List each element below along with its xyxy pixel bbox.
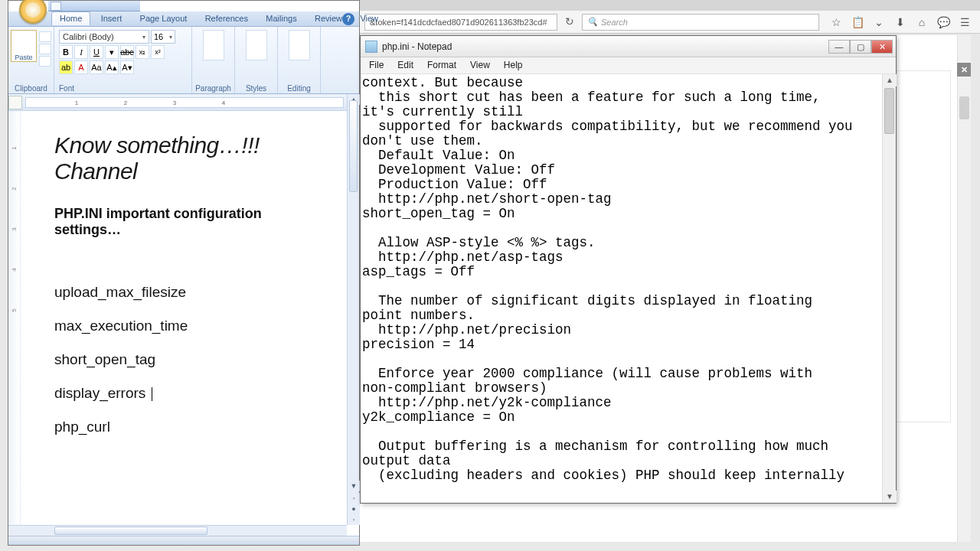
subscript-button[interactable]: x₂	[136, 45, 149, 59]
doc-line: upload_max_filesize	[54, 284, 332, 301]
word-vertical-scrollbar[interactable]: ▲ ▼ ◦ ● ◦	[347, 94, 359, 525]
group-label: Clipboard	[15, 83, 47, 93]
group-font: Calibri (Body)▾ 16▾ B I U ▾ abc x₂ x² ab…	[54, 27, 192, 93]
tab-insert[interactable]: Insert	[93, 12, 130, 25]
bold-button[interactable]: B	[59, 45, 73, 59]
panel-close-icon[interactable]: ✕	[957, 63, 971, 77]
styles-icon[interactable]	[246, 30, 267, 60]
cut-icon[interactable]	[39, 31, 51, 42]
paragraph-icon[interactable]	[203, 30, 224, 60]
word-status-bar	[8, 536, 359, 545]
tab-mailings[interactable]: Mailings	[258, 12, 304, 25]
scroll-down-icon[interactable]: ▼	[348, 481, 360, 491]
tab-selector-icon[interactable]	[8, 96, 22, 109]
tab-references[interactable]: References	[198, 12, 256, 25]
copy-icon[interactable]	[39, 44, 51, 54]
menu-view[interactable]: View	[463, 57, 497, 73]
italic-button[interactable]: I	[74, 45, 88, 59]
search-icon: 🔍	[587, 17, 598, 27]
browser-tabstrip	[360, 0, 980, 11]
browser-toolbar: &token=f141dcdcfaed8071d902611363fb23cd#…	[360, 11, 980, 34]
word-window: Home Insert Page Layout References Maili…	[8, 0, 360, 546]
group-label: Font	[59, 83, 74, 93]
notepad-scrollbar[interactable]: ▲ ▼	[882, 74, 896, 503]
group-clipboard: Paste Clipboard	[8, 27, 54, 93]
group-label: Paragraph	[195, 83, 231, 93]
editing-icon[interactable]	[289, 30, 310, 60]
next-page-icon[interactable]: ◦	[348, 514, 360, 525]
strikethrough-button[interactable]: abc	[120, 45, 134, 59]
scroll-down-icon[interactable]: ▼	[883, 491, 897, 503]
group-paragraph: Paragraph	[192, 27, 235, 93]
menu-icon[interactable]: ☰	[957, 15, 972, 30]
group-editing: Editing	[278, 27, 321, 93]
menu-file[interactable]: File	[362, 57, 390, 73]
text-cursor-icon	[152, 387, 152, 401]
scroll-up-icon[interactable]: ▲	[883, 74, 897, 86]
close-button[interactable]: ✕	[871, 40, 893, 54]
tab-home[interactable]: Home	[51, 11, 90, 25]
document-page[interactable]: Know something…!!! Channel PHP.INI impor…	[21, 111, 347, 525]
chat-icon[interactable]: 💬	[936, 15, 951, 30]
doc-title: Know something…!!! Channel	[54, 132, 332, 184]
menu-format[interactable]: Format	[420, 57, 463, 73]
font-name-select[interactable]: Calibri (Body)▾	[59, 30, 149, 44]
search-input[interactable]: 🔍 Search	[582, 14, 819, 31]
word-horizontal-scrollbar[interactable]	[8, 525, 347, 536]
qat-save-icon[interactable]	[51, 2, 61, 11]
clipboard-icon[interactable]: 📋	[850, 15, 865, 30]
format-painter-icon[interactable]	[39, 56, 51, 67]
doc-line: display_errors	[54, 385, 332, 402]
window-title: php.ini - Notepad	[382, 41, 828, 52]
pocket-icon[interactable]: ⌄	[871, 15, 887, 30]
group-styles: Styles	[235, 27, 278, 93]
ribbon-tabs: Home Insert Page Layout References Maili…	[8, 11, 359, 27]
paste-button[interactable]: Paste	[11, 30, 37, 62]
scroll-thumb[interactable]	[349, 100, 358, 192]
tab-page-layout[interactable]: Page Layout	[132, 12, 195, 25]
notepad-textarea[interactable]: context. But because this short cut has …	[361, 74, 882, 503]
underline-more-icon[interactable]: ▾	[105, 45, 119, 59]
notepad-window: php.ini - Notepad — ▢ ✕ File Edit Format…	[360, 35, 897, 504]
highlight-button[interactable]: ab	[59, 60, 73, 74]
notepad-content: context. But because this short cut has …	[361, 74, 882, 483]
maximize-button[interactable]: ▢	[850, 40, 871, 54]
notepad-titlebar[interactable]: php.ini - Notepad — ▢ ✕	[361, 36, 896, 57]
group-label: Styles	[246, 83, 266, 93]
reload-icon[interactable]: ↻	[564, 16, 576, 28]
download-icon[interactable]: ⬇	[893, 15, 908, 30]
scroll-thumb[interactable]	[884, 88, 894, 134]
tab-view[interactable]: View	[352, 12, 386, 25]
quick-access-toolbar[interactable]	[48, 1, 140, 11]
help-icon[interactable]: ?	[342, 13, 354, 25]
grow-font-button[interactable]: A▴	[105, 60, 119, 74]
ribbon: Paste Clipboard Calibri (Body)▾ 16▾ B I …	[8, 27, 359, 94]
vertical-ruler[interactable]: 12345	[8, 111, 21, 525]
doc-line: short_open_tag	[54, 351, 332, 368]
doc-line: max_execution_time	[54, 318, 332, 334]
doc-line: php_curl	[54, 419, 332, 435]
horizontal-ruler[interactable]: 1234	[8, 94, 347, 111]
shrink-font-button[interactable]: A▾	[120, 60, 134, 74]
menu-help[interactable]: Help	[497, 57, 530, 73]
browse-object-icon[interactable]: ●	[348, 504, 360, 514]
address-bar[interactable]: &token=f141dcdcfaed8071d902611363fb23cd#	[364, 14, 557, 31]
menu-edit[interactable]: Edit	[390, 57, 420, 73]
star-icon[interactable]: ☆	[828, 15, 844, 30]
home-icon[interactable]: ⌂	[914, 15, 929, 30]
browser-scrollbar[interactable]	[957, 35, 971, 542]
underline-button[interactable]: U	[90, 45, 103, 59]
doc-subtitle: PHP.INI important configuration settings…	[54, 206, 332, 238]
minimize-button[interactable]: —	[828, 40, 850, 54]
change-case-button[interactable]: Aa	[90, 60, 103, 74]
notepad-menu: File Edit Format View Help	[361, 57, 896, 74]
font-size-select[interactable]: 16▾	[151, 30, 175, 44]
group-label: Editing	[287, 83, 311, 93]
notepad-icon	[365, 41, 377, 53]
superscript-button[interactable]: x²	[151, 45, 165, 59]
font-color-button[interactable]: A	[74, 60, 88, 74]
prev-page-icon[interactable]: ◦	[348, 493, 360, 504]
